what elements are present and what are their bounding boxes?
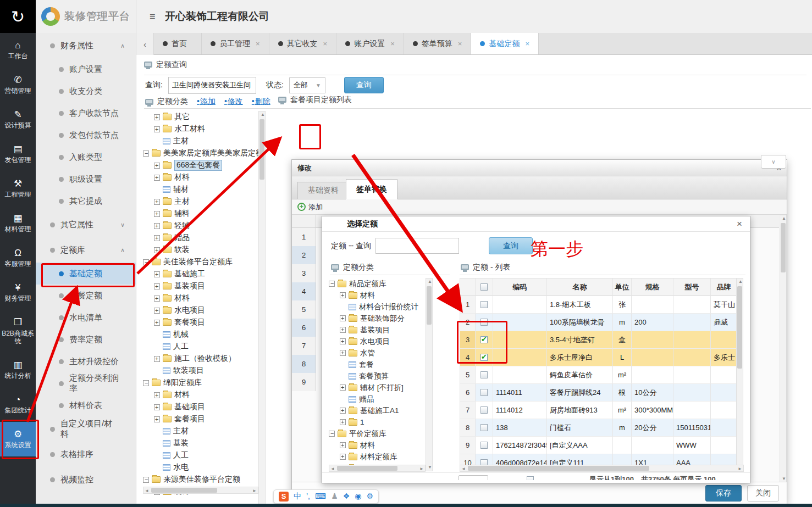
sidebar-item[interactable]: ▦ 材料管理: [0, 206, 36, 241]
picker-list-row[interactable]: 3 3.5-4寸地垄钉 盒: [460, 331, 736, 349]
tree-expander-icon[interactable]: [329, 431, 335, 437]
tree-expander-icon[interactable]: [340, 327, 346, 333]
sidebar-item[interactable]: ⚒ 工程管理: [0, 171, 36, 206]
ime-logo-icon[interactable]: S: [279, 492, 289, 502]
tree-action-link[interactable]: 删除: [252, 97, 270, 107]
picker-list-vscrollbar[interactable]: ▲▼: [736, 278, 743, 471]
tree-node[interactable]: 水工材料: [143, 123, 265, 135]
sidebar-item[interactable]: ✎ 设计预算: [0, 102, 36, 137]
tree-node[interactable]: 材料: [143, 389, 265, 401]
menu-item[interactable]: 职级设置: [36, 168, 136, 190]
tree-node[interactable]: 水电: [143, 461, 265, 473]
menu-item[interactable]: 其它提成: [36, 190, 136, 212]
picker-row-checkbox[interactable]: [480, 389, 488, 396]
tree-node[interactable]: 美美家居定额库美美家居定额库: [143, 147, 265, 159]
tree-expander-icon[interactable]: [340, 454, 346, 460]
picker-list-row[interactable]: 2 100系隔墙横龙骨 m 200 鼎威: [460, 314, 736, 331]
picker-row-checkbox[interactable]: [480, 424, 488, 431]
menu-item[interactable]: 账户设置: [36, 58, 136, 80]
sidebar-item[interactable]: ¥ 财务管理: [0, 275, 36, 310]
tab-close-icon[interactable]: ×: [525, 40, 529, 48]
picker-list-row[interactable]: 1 1.8-细木工板 张 莫干山: [460, 296, 736, 314]
sidebar-item[interactable]: ▤ 发包管理: [0, 137, 36, 171]
sidebar-item[interactable]: ⌂ 工作台: [0, 33, 36, 68]
menu-item[interactable]: 财务属性 ∧: [36, 33, 136, 58]
tree-node[interactable]: 赠品: [143, 232, 265, 244]
tree-node[interactable]: 水电项目: [329, 336, 426, 347]
picker-query-input[interactable]: [375, 238, 459, 254]
tree-expander-icon[interactable]: [154, 235, 160, 241]
sidebar-item[interactable]: ⚙ 系统设置: [0, 422, 36, 456]
tree-node[interactable]: 其它: [143, 111, 265, 123]
tree-expander-icon[interactable]: [154, 308, 160, 314]
menu-item[interactable]: 定额分类利润率: [36, 372, 136, 394]
close-button[interactable]: 关闭: [747, 485, 779, 502]
tree-expander-icon[interactable]: [154, 126, 160, 132]
query-input[interactable]: [168, 77, 256, 94]
tree-node[interactable]: 机械: [143, 328, 265, 341]
tree-node[interactable]: 人工: [143, 341, 265, 353]
tree-node[interactable]: 辅料: [143, 208, 265, 220]
menu-item[interactable]: 基础定额: [36, 263, 136, 285]
tree-node[interactable]: 材料: [143, 292, 265, 304]
picker-list-row[interactable]: 6 1114011 客餐厅踢脚线24 根 10公分: [460, 384, 736, 402]
tab-close-icon[interactable]: ×: [256, 40, 260, 48]
sidebar-item[interactable]: ▥ 统计分析: [0, 353, 36, 387]
tree-node[interactable]: 主材: [143, 196, 265, 208]
tree-node[interactable]: 套餐项目: [143, 316, 265, 328]
tree-node[interactable]: 基础装饰部分: [329, 313, 426, 324]
tree-node[interactable]: 辅材 [不打折]: [329, 382, 426, 393]
tree-horizontal-scrollbar[interactable]: ◄►: [143, 487, 258, 494]
tree-node[interactable]: 基础项目: [143, 401, 265, 413]
search-button[interactable]: 查询: [344, 77, 384, 93]
tree-node[interactable]: 软装: [143, 244, 265, 256]
tree-node[interactable]: 水电项目: [143, 304, 265, 316]
tree-expander-icon[interactable]: [340, 350, 346, 356]
picker-list-row[interactable]: 9 176214872f3045 [自定义AAA WWW: [460, 437, 736, 454]
tree-expander-icon[interactable]: [154, 163, 160, 169]
tree-node[interactable]: 材料: [143, 171, 265, 183]
page-tab[interactable]: 基础定额 ×: [471, 33, 539, 54]
save-button[interactable]: 保存: [705, 485, 742, 502]
edit-dialog-scrollbar[interactable]: ▲▼: [780, 215, 787, 483]
menu-item[interactable]: 视频监控: [36, 467, 136, 492]
picker-row-checkbox[interactable]: [480, 442, 488, 449]
tree-expander-icon[interactable]: [143, 151, 149, 157]
ime-icon[interactable]: ♟: [331, 492, 338, 502]
tree-expander-icon[interactable]: [154, 416, 160, 422]
tree-expander-icon[interactable]: [143, 259, 149, 265]
menu-item[interactable]: 材料价表: [36, 394, 136, 416]
menu-item[interactable]: 费率定额: [36, 328, 136, 350]
tab-scroll-left-button[interactable]: ‹: [136, 33, 154, 55]
menu-item[interactable]: 水电清单: [36, 307, 136, 328]
tree-node[interactable]: 材料: [329, 439, 426, 451]
sidebar-item[interactable]: ❒ B2B商城系统: [0, 310, 36, 353]
ime-icon[interactable]: ’,: [306, 492, 310, 502]
menu-item[interactable]: 其它属性 ∨: [36, 212, 136, 237]
add-link[interactable]: 添加: [308, 202, 323, 212]
tree-expander-icon[interactable]: [154, 320, 160, 326]
picker-row-checkbox[interactable]: [480, 319, 488, 326]
picker-row-checkbox[interactable]: [480, 371, 488, 378]
tree-expander-icon[interactable]: [154, 114, 160, 120]
tree-node[interactable]: 材料: [329, 289, 426, 301]
picker-list-hscrollbar[interactable]: ◄►: [460, 465, 744, 472]
picker-search-button[interactable]: 查询: [489, 237, 533, 254]
tree-node[interactable]: 基础施工: [143, 268, 265, 280]
tree-expander-icon[interactable]: [143, 477, 149, 483]
sidebar-item[interactable]: ◔ 集团统计: [0, 387, 36, 422]
tree-node[interactable]: 来源美佳装修平台定额: [143, 473, 265, 486]
hamburger-icon[interactable]: ≡: [150, 11, 156, 23]
tree-expander-icon[interactable]: [154, 356, 160, 362]
page-tab[interactable]: 其它收支 ×: [269, 33, 337, 54]
tab-close-icon[interactable]: ×: [323, 40, 328, 48]
tree-node[interactable]: 基装项目: [329, 324, 426, 336]
page-tab[interactable]: 员工管理 ×: [202, 33, 269, 54]
ime-icon[interactable]: ⚙: [367, 492, 374, 502]
tree-node[interactable]: 基装项目: [143, 280, 265, 292]
tree-node[interactable]: 套餐: [329, 359, 426, 370]
tree-node[interactable]: 人工: [143, 449, 265, 461]
picker-list-row[interactable]: 8 138 门槛石 m 20公分 15011503150: [460, 419, 736, 437]
tree-node[interactable]: 软装项目: [143, 365, 265, 377]
tree-node[interactable]: 主材: [143, 425, 265, 437]
